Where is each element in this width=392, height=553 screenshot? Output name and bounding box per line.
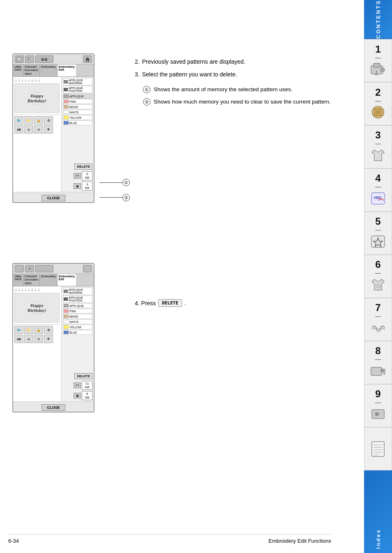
step-2-text: Previously saved patterns are displayed. <box>142 58 245 66</box>
screen2-right-panel: APPLIQUE MATERIAL APPLIQUE POSITION APPL… <box>62 286 94 401</box>
tab-4-number: 4 <box>375 173 380 183</box>
color-list-1: APPLIQUE MATERIAL APPLIQUE POSITION APPL… <box>63 78 92 163</box>
screen2-body: ⊥⊥⊥⊥⊥⊥⊥⊥ ~~ ♪ ~ Happy Birthday! ♪ ~~~ ♪ … <box>13 286 94 401</box>
annotation-2-text: Shows how much memory you need to clear … <box>154 98 331 106</box>
annotation-1-text: Shows the amount of memory the selected … <box>154 85 293 94</box>
annotation-2: ② Shows how much memory you need to clea… <box>143 98 331 106</box>
main-content: ? ▤▥ UtilityStitch CharacterDecorativeSt… <box>0 0 364 553</box>
screen-mockup-2: ? UtilityStitch CharacterDecorativeStitc… <box>12 263 99 412</box>
tab-9-dash: — <box>375 399 381 406</box>
screen2-home-icon <box>83 265 92 272</box>
screen1-icon3: ▤▥ <box>35 55 53 63</box>
svg-text:......: ...... <box>376 156 380 159</box>
tab-utility: UtilityStitch <box>13 65 23 76</box>
svg-point-17 <box>380 369 383 372</box>
screen2-tabs: UtilityStitch CharacterDecorativeStitch … <box>13 274 94 286</box>
right-sidebar: CONTENTS 1 — 2 — <box>364 0 392 553</box>
sidebar-tab-notes[interactable] <box>364 427 392 470</box>
tab-index[interactable]: Index <box>364 470 392 553</box>
sidebar-tab-3[interactable]: 3 — ...... <box>364 125 392 168</box>
delete-key-label: DELETE <box>158 299 182 307</box>
screen1-icon2: ? <box>25 55 34 63</box>
svg-point-4 <box>375 74 378 75</box>
tab-7-number: 7 <box>375 303 380 313</box>
machine-cleaning-icon <box>370 364 386 379</box>
step-3: 3. Select the pattern you want to delete… <box>135 70 331 79</box>
step-2: 2. Previously saved patterns are display… <box>135 58 331 66</box>
tab-5-number: 5 <box>375 217 380 226</box>
sidebar-tab-4[interactable]: 4 — ABC <box>364 168 392 212</box>
delete-button-2[interactable]: DELETE <box>74 373 92 379</box>
bottom-icons-row2: AB A ⊙ 👁 <box>14 125 60 134</box>
delete-button-1[interactable]: DELETE <box>74 164 92 170</box>
abc-icon: ABC <box>370 191 386 207</box>
screen2-tab-character: CharacterDecorativeStitch <box>23 274 40 286</box>
screen2-icon1 <box>15 265 24 272</box>
sidebar-tab-9[interactable]: 9 — 9! <box>364 384 392 427</box>
svg-rect-27 <box>17 58 21 61</box>
svg-point-7 <box>376 111 380 114</box>
svg-rect-15 <box>371 367 382 376</box>
index-label: Index <box>375 529 381 549</box>
tab-2-dash: — <box>375 97 381 104</box>
delete-btn-area-2: DELETE <box>63 373 92 379</box>
tshirt-icon: ...... <box>370 148 386 164</box>
annotation-circle-2: ② <box>122 194 130 201</box>
step-2-num: 2. <box>135 58 140 66</box>
tab-6-number: 6 <box>375 260 380 270</box>
step-4: 4. Press DELETE . <box>135 299 186 307</box>
annotation-line-2 <box>99 197 122 198</box>
svg-rect-3 <box>376 71 377 74</box>
sidebar-tab-1[interactable]: 1 — <box>364 39 392 82</box>
svg-text:9!: 9! <box>375 412 379 417</box>
screen1-icon1 <box>15 55 24 63</box>
tab-8-dash: — <box>375 356 381 362</box>
sidebar-tab-8[interactable]: 8 — <box>364 341 392 384</box>
design-preview-1: ~~ ♪ ~ Happy Birthday! ♪ ~~~ ♪ <box>14 83 60 113</box>
screen-mockup-1: ? ▤▥ UtilityStitch CharacterDecorativeSt… <box>12 53 99 203</box>
step-3-num: 3. <box>135 70 140 79</box>
bobbin-icon: 9! <box>370 407 386 422</box>
stitch-row-2: ⊥⊥⊥⊥⊥⊥⊥⊥ <box>14 288 60 292</box>
contents-label: CONTENTS <box>375 0 381 39</box>
svg-rect-20 <box>372 442 384 456</box>
bottom-icons-row-2a: 🐦 📁 🔒 ⚙ <box>14 324 60 334</box>
footer-page-number: 6-34 <box>8 538 19 544</box>
annotation-circle-1: ① <box>122 179 130 186</box>
tab-2-number: 2 <box>375 88 380 97</box>
sidebar-tab-2[interactable]: 2 — <box>364 82 392 125</box>
screen2-header: ? <box>13 264 94 274</box>
thread-icon <box>370 106 386 120</box>
screen2-tab-edit: EmbroideryEdit <box>58 274 76 286</box>
stitch-row-1: ⊥⊥⊥⊥⊥⊥⊥⊥ <box>14 78 60 83</box>
svg-rect-1 <box>374 63 380 67</box>
sidebar-tab-6[interactable]: 6 — ☆ <box>364 255 392 298</box>
bottom-icons-row-2b: AB A ⊙ 👁 <box>14 335 60 343</box>
screen2-icon3 <box>35 265 53 272</box>
close-btn-1[interactable]: CLOSE <box>13 192 94 202</box>
sidebar-tab-5[interactable]: 5 — <box>364 212 392 255</box>
shirt-decorated-icon: ☆ <box>370 278 386 293</box>
annotation-1: ① Shows the amount of memory the selecte… <box>143 85 331 94</box>
star-icon <box>370 235 386 250</box>
step-4-period: . <box>184 300 186 306</box>
delete-btn-area-1: DELETE <box>63 164 92 170</box>
tab-edit-active: EmbroideryEdit <box>58 65 76 76</box>
svg-point-2 <box>380 68 385 72</box>
tab-7-dash: — <box>375 313 381 319</box>
tab-contents[interactable]: CONTENTS <box>364 0 392 39</box>
screen2-tab-utility: UtilityStitch <box>13 274 23 286</box>
notes-icon <box>370 441 386 459</box>
screen2-icon2: ? <box>25 265 34 272</box>
step-4-prefix: 4. Press <box>135 300 156 306</box>
tab-embroidery: Embroidery <box>40 65 58 76</box>
footer-section-title: Embroidery Edit Functions <box>269 538 331 544</box>
design-preview-2: ~~ ♪ ~ Happy Birthday! ♪ ~~~ ♪ <box>14 293 60 323</box>
close-btn-2[interactable]: CLOSE <box>13 401 94 412</box>
screen2-tab-embroidery: Embroidery <box>40 274 58 286</box>
screen1-home-icon <box>83 55 92 63</box>
tab-1-number: 1 <box>375 44 380 54</box>
sidebar-tab-7[interactable]: 7 — <box>364 298 392 341</box>
tab-1-dash: — <box>375 54 381 61</box>
sewing-machine-icon <box>370 62 386 77</box>
